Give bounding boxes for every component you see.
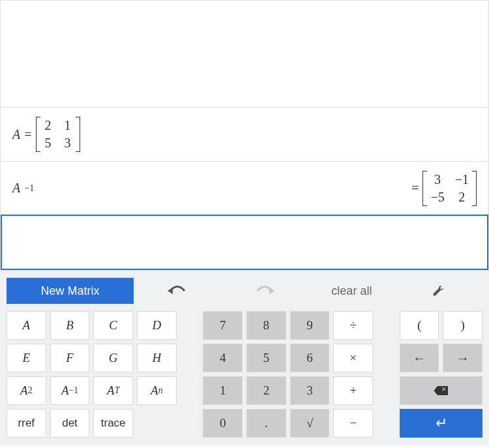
var-A: A <box>12 127 20 142</box>
matrix-cell: 5 <box>44 136 53 151</box>
matrix-cell: −1 <box>455 172 469 187</box>
key-A[interactable]: A <box>7 311 46 340</box>
key-6[interactable]: 6 <box>290 344 330 372</box>
key-9[interactable]: 9 <box>290 311 330 340</box>
key-cursor-right[interactable]: → <box>443 344 482 372</box>
active-input-row[interactable] <box>1 215 488 270</box>
key-A-inverse[interactable]: A−1 <box>50 376 90 405</box>
key-H[interactable]: H <box>137 344 177 372</box>
key-divide[interactable]: ÷ <box>333 311 373 340</box>
matrix-cell: 1 <box>63 118 72 133</box>
key-4[interactable]: 4 <box>203 344 243 372</box>
matrix-cell: 2 <box>44 118 53 133</box>
matrix-A: 2 1 5 3 <box>36 115 80 153</box>
result-lhs: A−1 <box>12 181 35 196</box>
new-matrix-button[interactable]: New Matrix <box>7 278 134 304</box>
key-grid: A B C D 7 8 9 ÷ ( ) E F G H 4 5 6 × ← → <box>7 311 482 438</box>
key-8[interactable]: 8 <box>246 311 286 340</box>
key-5[interactable]: 5 <box>246 344 286 372</box>
spacer <box>377 376 396 405</box>
key-backspace[interactable] <box>400 376 482 405</box>
key-decimal[interactable]: . <box>246 409 286 438</box>
spacer <box>181 376 200 405</box>
matrix-cell: 3 <box>430 172 444 187</box>
key-F[interactable]: F <box>50 344 90 372</box>
exponent: −1 <box>24 183 34 194</box>
matrix-cell: 2 <box>455 190 469 205</box>
key-7[interactable]: 7 <box>203 311 243 340</box>
key-rref[interactable]: rref <box>7 409 46 438</box>
undo-button[interactable] <box>134 278 221 304</box>
keypad: New Matrix clear all A B C D 7 8 9 ÷ ( ) <box>0 271 489 445</box>
toolbar: New Matrix clear all <box>7 275 482 307</box>
backspace-icon <box>434 386 448 395</box>
key-G[interactable]: G <box>93 344 133 372</box>
spacer <box>181 311 200 340</box>
wrench-icon <box>432 284 445 297</box>
spacer <box>377 409 396 438</box>
key-cursor-left[interactable]: ← <box>400 344 439 372</box>
settings-button[interactable] <box>395 278 482 304</box>
display-area: A = 2 1 5 3 A−1 = 3 −1 −5 2 <box>0 0 489 271</box>
key-close-paren[interactable]: ) <box>443 311 482 340</box>
result-row[interactable]: A−1 = 3 −1 −5 2 <box>1 162 488 215</box>
history-empty-row <box>1 1 488 108</box>
matrix-def-expr: A = 2 1 5 3 <box>12 115 80 153</box>
key-1[interactable]: 1 <box>203 376 243 405</box>
svg-marker-0 <box>168 288 173 294</box>
key-B[interactable]: B <box>50 311 90 340</box>
key-det[interactable]: det <box>50 409 90 438</box>
var-A: A <box>12 181 20 196</box>
undo-icon <box>166 284 188 298</box>
spacer <box>181 409 200 438</box>
key-sqrt[interactable]: √ <box>290 409 330 438</box>
equals-sign: = <box>411 181 419 196</box>
key-3[interactable]: 3 <box>290 376 330 405</box>
key-plus[interactable]: + <box>333 376 373 405</box>
empty-slot <box>137 409 177 438</box>
spacer <box>377 344 396 372</box>
equals-sign: = <box>24 127 31 142</box>
key-A-squared[interactable]: A2 <box>7 376 46 405</box>
key-E[interactable]: E <box>7 344 46 372</box>
redo-icon <box>254 284 276 298</box>
key-A-power-n[interactable]: An <box>137 376 177 405</box>
key-enter[interactable]: ↵ <box>400 409 482 438</box>
spacer <box>181 344 200 372</box>
matrix-cell: 3 <box>63 136 72 151</box>
key-0[interactable]: 0 <box>203 409 243 438</box>
key-A-transpose[interactable]: AT <box>93 376 133 405</box>
key-D[interactable]: D <box>137 311 177 340</box>
matrix-cell: −5 <box>430 190 444 205</box>
key-multiply[interactable]: × <box>333 344 373 372</box>
clear-all-button[interactable]: clear all <box>308 278 396 304</box>
matrix-A-inverse: 3 −1 −5 2 <box>422 170 477 207</box>
key-trace[interactable]: trace <box>93 409 133 438</box>
key-2[interactable]: 2 <box>246 376 286 405</box>
key-C[interactable]: C <box>93 311 133 340</box>
matrix-definition-row[interactable]: A = 2 1 5 3 <box>1 108 488 162</box>
spacer <box>377 311 396 340</box>
redo-button[interactable] <box>221 278 308 304</box>
result-rhs: = 3 −1 −5 2 <box>411 170 477 207</box>
key-minus[interactable]: − <box>333 409 373 438</box>
svg-marker-1 <box>269 288 274 294</box>
key-open-paren[interactable]: ( <box>400 311 439 340</box>
